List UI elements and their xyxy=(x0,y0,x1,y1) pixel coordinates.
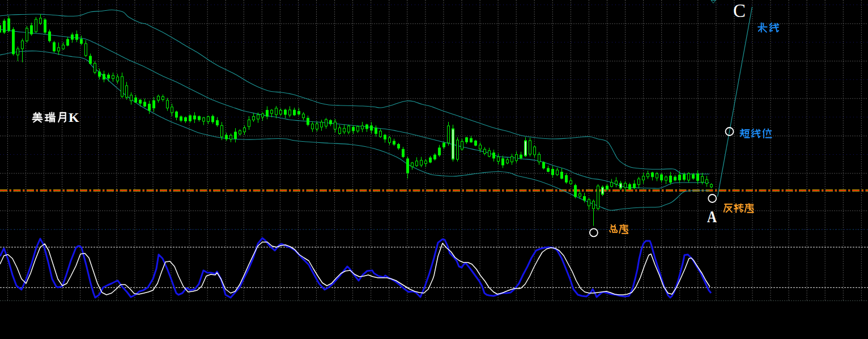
svg-text:A: A xyxy=(707,207,717,226)
svg-text:C: C xyxy=(733,1,746,21)
svg-text:K: K xyxy=(69,110,79,125)
